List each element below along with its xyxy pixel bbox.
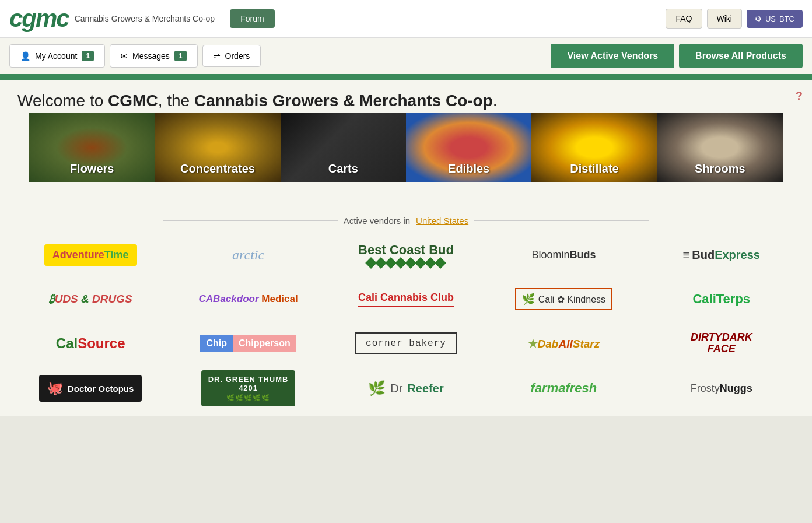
bcb-text: Best Coast Bud (358, 243, 454, 258)
forum-button[interactable]: Forum (230, 9, 274, 28)
bud-express-logo: ≡BudExpress (683, 248, 760, 262)
vendor-frosty-nuggs[interactable]: FrostyNuggs (649, 371, 794, 406)
orders-button[interactable]: ⇌ Orders (202, 45, 261, 67)
vendor-caliterps[interactable]: CaliTerps (649, 282, 794, 317)
cali-kindness-logo: 🌿 Cali ✿ Kindness (515, 288, 612, 310)
vendor-bloomin-buds[interactable]: BloominBuds (491, 237, 636, 272)
octopus-icon: 🐙 (47, 381, 63, 396)
region-label: US (765, 15, 776, 23)
welcome-heading: Welcome to CGMC, the Cannabis Growers & … (18, 92, 794, 110)
cc-underline (358, 306, 454, 307)
user-icon: 👤 (20, 51, 30, 61)
logo-area: cgmc Cannabis Growers & Merchants Co-op … (9, 5, 275, 33)
gear-icon: ⚙ (755, 15, 762, 23)
currency-label: BTC (779, 15, 794, 23)
green-stripe (0, 75, 812, 80)
cali-kindness-icon: 🌿 (522, 293, 535, 306)
vendors-location-link[interactable]: United States (416, 216, 468, 226)
vendors-header: Active vendors in United States (18, 216, 794, 226)
header-right: FAQ Wiki ⚙ US BTC (666, 9, 803, 29)
vendor-cali-kindness[interactable]: 🌿 Cali ✿ Kindness (491, 282, 636, 317)
faq-button[interactable]: FAQ (666, 9, 702, 29)
messages-button[interactable]: ✉ Messages 1 (110, 44, 198, 68)
dr-reefer-logo: 🌿 DrReefer (368, 380, 443, 396)
vendor-grid: AdventureTime arctic Best Coast Bud (18, 237, 794, 406)
vendor-buds-drugs[interactable]: ₿UDS & DRUGS (18, 282, 163, 317)
mail-icon: ✉ (121, 51, 128, 61)
vendor-doctor-octopus[interactable]: 🐙 Doctor Octopus (18, 371, 163, 406)
best-coast-bud-logo: Best Coast Bud (358, 243, 454, 267)
welcome-section: Welcome to CGMC, the Cannabis Growers & … (0, 80, 812, 206)
messages-badge: 1 (174, 51, 187, 61)
bloomin-buds-logo: BloominBuds (531, 249, 596, 261)
vendor-cali-cannabis[interactable]: Cali Cannabis Club (333, 282, 479, 317)
nav-bar: 👤 My Account 1 ✉ Messages 1 ⇌ Orders Vie… (0, 38, 812, 75)
dg-plant-icons: 🌿🌿🌿🌿🌿 (208, 394, 289, 402)
dirty-dark-face-logo: DIRTYDARKFACE (691, 332, 752, 355)
caliterps-logo: CaliTerps (692, 292, 750, 307)
dr-green-thumb-logo: DR. GREEN THUMB4201 🌿🌿🌿🌿🌿 (201, 370, 296, 406)
vendor-best-coast-bud[interactable]: Best Coast Bud (333, 237, 479, 272)
vendor-dr-green-thumb[interactable]: DR. GREEN THUMB4201 🌿🌿🌿🌿🌿 (175, 370, 321, 406)
site-logo[interactable]: cgmc (9, 5, 69, 33)
adventure-time-adv: Adventure (52, 249, 104, 261)
help-icon[interactable]: ? (796, 89, 803, 103)
ca-backdoor-logo: CABackdoor Medical (199, 293, 298, 305)
vendor-dab-all-starz[interactable]: ★DabAllStarz (491, 326, 636, 361)
chip-chipperson-logo: ChipChipperson (200, 335, 296, 352)
vendor-arctic[interactable]: arctic (175, 237, 321, 272)
page-bottom (0, 416, 812, 427)
corner-bakery-logo: corner bakery (355, 332, 457, 354)
browse-all-products-button[interactable]: Browse All Products (679, 44, 803, 68)
site-subtitle: Cannabis Growers & Merchants Co-op (75, 14, 215, 23)
cannabis-icon: 🌿 (368, 380, 386, 396)
dab-all-starz-logo: ★DabAllStarz (528, 337, 600, 350)
nav-right-buttons: View Active Vendors Browse All Products (551, 44, 803, 68)
doctor-octopus-logo: 🐙 Doctor Octopus (39, 375, 142, 402)
my-account-badge: 1 (82, 51, 94, 61)
bcb-diamonds (358, 259, 454, 267)
vendor-ca-backdoor[interactable]: CABackdoor Medical (175, 282, 321, 317)
adventure-time-time: Time (104, 249, 129, 261)
category-concentrates[interactable]: Concentrates (155, 113, 280, 182)
vendor-cal-source[interactable]: CalSource (18, 326, 163, 361)
top-header: cgmc Cannabis Growers & Merchants Co-op … (0, 0, 812, 38)
bcb-diamond (435, 257, 447, 269)
cal-source-logo: CalSource (56, 335, 125, 352)
vendor-farmafresh[interactable]: farmafresh (491, 371, 636, 406)
arctic-logo: arctic (232, 247, 264, 263)
vendor-dr-reefer[interactable]: 🌿 DrReefer (333, 371, 479, 406)
vendor-adventure-time[interactable]: AdventureTime (18, 237, 163, 272)
my-account-button[interactable]: 👤 My Account 1 (9, 44, 105, 68)
frosty-nuggs-logo: FrostyNuggs (691, 382, 752, 395)
vendor-bud-express[interactable]: ≡BudExpress (649, 237, 794, 272)
category-edibles[interactable]: Edibles (406, 113, 531, 182)
orders-label: Orders (225, 51, 250, 61)
category-distillate[interactable]: Distillate (531, 113, 657, 182)
cali-cannabis-logo: Cali Cannabis Club (358, 292, 454, 307)
vendors-section: Active vendors in United States Adventur… (0, 206, 812, 416)
buds-drugs-logo: ₿UDS & DRUGS (49, 293, 132, 306)
category-shrooms[interactable]: Shrooms (657, 113, 783, 182)
settings-area[interactable]: ⚙ US BTC (747, 10, 803, 28)
category-carts[interactable]: Carts (281, 113, 406, 182)
farmafresh-logo: farmafresh (531, 381, 597, 396)
vendor-dirty-dark-face[interactable]: DIRTYDARKFACE (649, 326, 794, 361)
category-flowers[interactable]: Flowers (29, 113, 155, 182)
my-account-label: My Account (35, 51, 77, 61)
adventure-time-logo: AdventureTime (44, 244, 137, 266)
vendors-header-prefix: Active vendors in (344, 216, 410, 226)
view-active-vendors-button[interactable]: View Active Vendors (551, 44, 674, 68)
category-grid: Flowers Concentrates Carts Edibles Disti… (29, 113, 783, 182)
messages-label: Messages (132, 51, 170, 61)
wiki-button[interactable]: Wiki (707, 9, 742, 29)
vendor-corner-bakery[interactable]: corner bakery (333, 326, 479, 361)
orders-icon: ⇌ (214, 51, 220, 61)
vendor-chip-chipperson[interactable]: ChipChipperson (175, 326, 321, 361)
